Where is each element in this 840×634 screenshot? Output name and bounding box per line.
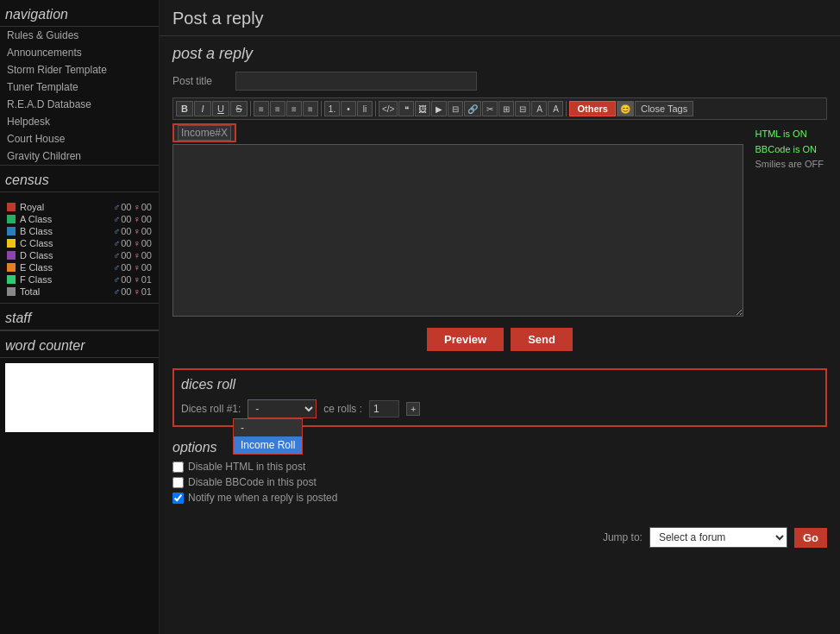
census-label-c: C Class: [20, 238, 111, 248]
census-label-a: A Class: [20, 214, 111, 224]
census-male-c: ♂ 00: [113, 238, 132, 248]
census-male-b: ♂ 00: [113, 226, 132, 236]
census-row-f: F Class ♂ 00 ♀ 01: [5, 273, 154, 286]
toolbar-link[interactable]: 🔗: [464, 101, 481, 116]
editor-status: HTML is ON BBCode is ON Smilies are OFF: [752, 123, 827, 319]
male-icon-c: ♂: [113, 238, 120, 248]
census-label-e: E Class: [20, 262, 111, 273]
toolbar-italic[interactable]: I: [194, 101, 211, 116]
male-icon-total: ♂: [113, 286, 120, 297]
census-male-f: ♂ 00: [113, 274, 132, 285]
toolbar-img[interactable]: 🖼: [415, 101, 430, 116]
go-button[interactable]: Go: [794, 528, 827, 548]
toolbar-sep1: [250, 101, 251, 116]
toolbar-align-justify[interactable]: ≡: [303, 101, 318, 116]
toolbar-align-center[interactable]: ≡: [270, 101, 285, 116]
toolbar-list-ul[interactable]: •: [341, 101, 356, 116]
word-counter-box: [5, 363, 154, 432]
main-content: Post a reply post a reply Post title B I…: [160, 0, 840, 634]
dice-dropdown-popup: - Income Roll: [233, 418, 303, 455]
census-dot-royal: [7, 203, 16, 211]
disable-html-checkbox[interactable]: [172, 461, 184, 473]
toolbar-sep2: [321, 101, 322, 116]
post-title-input[interactable]: [235, 72, 477, 91]
toolbar-bold[interactable]: B: [176, 101, 193, 116]
dropdown-item-dash[interactable]: -: [234, 419, 302, 436]
toolbar-align-right[interactable]: ≡: [286, 101, 302, 116]
word-counter-title: word counter: [0, 330, 159, 358]
option-row-html: Disable HTML in this post: [172, 461, 827, 473]
census-label-royal: Royal: [20, 202, 111, 212]
forum-select[interactable]: Select a forum: [649, 527, 787, 548]
female-icon-a: ♀: [134, 214, 141, 224]
census-dot-f: [7, 275, 16, 284]
toolbar-align-left[interactable]: ≡: [254, 101, 269, 116]
male-icon-b: ♂: [113, 226, 120, 236]
editor-area-container: Income#X: [172, 123, 743, 319]
nav-helpdesk[interactable]: Helpdesk: [0, 113, 159, 130]
census-row-d: D Class ♂ 00 ♀ 00: [5, 249, 154, 261]
toolbar-emoji[interactable]: 😊: [617, 101, 634, 116]
page-title: Post a reply: [160, 0, 840, 36]
disable-bbcode-label: Disable BBCode in this post: [188, 476, 317, 488]
dice-plus-button[interactable]: +: [406, 402, 420, 416]
census-female-b: ♀ 00: [134, 226, 153, 236]
toolbar-font[interactable]: A: [531, 101, 547, 116]
census-male-d: ♂ 00: [113, 250, 132, 261]
toolbar-list-item[interactable]: li: [357, 101, 373, 116]
toolbar-special-char[interactable]: Α: [548, 101, 563, 116]
toolbar-flash[interactable]: ▶: [431, 101, 447, 116]
toolbar-quote[interactable]: ❝: [398, 101, 414, 116]
toolbar-code[interactable]: </>: [379, 101, 398, 116]
action-buttons: Preview Send: [172, 328, 827, 351]
editor-textarea[interactable]: [172, 144, 743, 317]
nav-read-db[interactable]: R.E.A.D Database: [0, 96, 159, 113]
census-dot-total: [7, 287, 16, 296]
nav-gravity-children[interactable]: Gravity Children: [0, 148, 159, 165]
nav-items: Rules & Guides Announcements Storm Rider…: [0, 27, 159, 165]
nav-tuner[interactable]: Tuner Template: [0, 78, 159, 96]
male-icon-a: ♂: [113, 214, 120, 224]
others-button[interactable]: Others: [569, 101, 615, 116]
census-female-e: ♀ 00: [134, 262, 153, 273]
reply-form: post a reply Post title B I U S ≡ ≡ ≡ ≡ …: [160, 36, 840, 360]
female-icon-e: ♀: [134, 262, 141, 273]
disable-bbcode-checkbox[interactable]: [172, 477, 184, 488]
dices-row: Dices roll #1: - Income Roll - Income Ro…: [181, 399, 818, 418]
toolbar-strike[interactable]: S: [230, 101, 248, 116]
census-female-a: ♀ 00: [134, 214, 153, 224]
census-row-e: E Class ♂ 00 ♀ 00: [5, 261, 154, 273]
dropdown-item-income[interactable]: Income Roll: [234, 436, 302, 454]
dice-rolls-input[interactable]: [369, 400, 399, 417]
nav-rules[interactable]: Rules & Guides: [0, 27, 159, 44]
staff-title: staff: [0, 303, 159, 330]
toolbar-cut[interactable]: ✂: [482, 101, 498, 116]
census-female-total: ♀ 01: [134, 286, 153, 297]
preview-button[interactable]: Preview: [427, 328, 504, 351]
toolbar-table[interactable]: ⊞: [498, 101, 514, 116]
editor-toolbar: B I U S ≡ ≡ ≡ ≡ 1. • li </> ❝ 🖼 ▶ ⊟ 🔗 ✂ …: [172, 97, 827, 120]
census-female-c: ♀ 00: [134, 238, 153, 248]
close-tags-button[interactable]: Close Tags: [635, 101, 693, 116]
female-icon-d: ♀: [134, 250, 141, 261]
toolbar-list-ol[interactable]: 1.: [324, 101, 340, 116]
disable-html-label: Disable HTML in this post: [188, 461, 305, 473]
census-dot-b: [7, 227, 16, 235]
nav-storm-rider[interactable]: Storm Rider Template: [0, 61, 159, 78]
toolbar-media[interactable]: ⊟: [448, 101, 463, 116]
dices-title: dices roll: [181, 377, 818, 392]
reply-form-title: post a reply: [172, 45, 827, 63]
income-tag: Income#X: [178, 125, 231, 141]
census-dot-a: [7, 215, 16, 223]
toolbar-table2[interactable]: ⊟: [515, 101, 530, 116]
nav-court-house[interactable]: Court House: [0, 130, 159, 148]
dice-select[interactable]: - Income Roll: [248, 399, 317, 418]
send-button[interactable]: Send: [511, 328, 573, 351]
nav-announcements[interactable]: Announcements: [0, 44, 159, 61]
toolbar-underline[interactable]: U: [212, 101, 229, 116]
census-male-total: ♂ 00: [113, 286, 132, 297]
census-dot-e: [7, 263, 16, 272]
female-icon-c: ♀: [134, 238, 141, 248]
census-male-e: ♂ 00: [113, 262, 132, 273]
notify-checkbox[interactable]: [172, 493, 184, 504]
